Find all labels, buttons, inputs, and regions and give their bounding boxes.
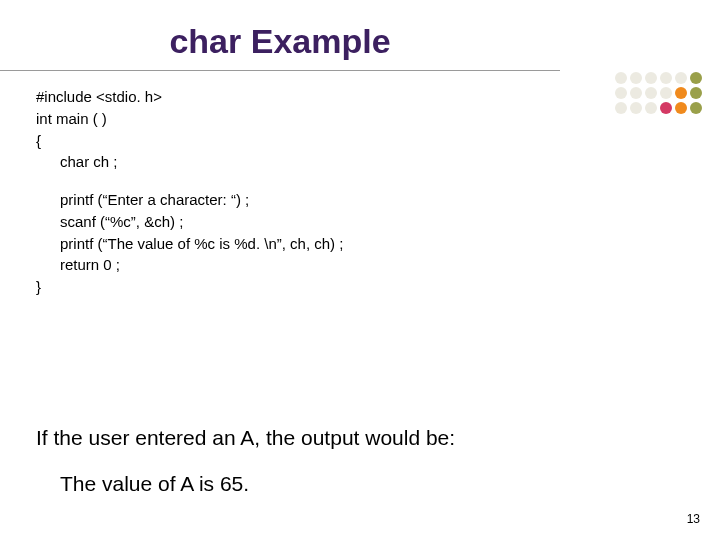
code-line: return 0 ; (36, 254, 684, 276)
dot-icon (690, 102, 702, 114)
code-line: printf (“Enter a character: “) ; (36, 189, 684, 211)
code-line: printf (“The value of %c is %d. \n”, ch,… (36, 233, 684, 255)
dot-icon (690, 72, 702, 84)
explanation-text: If the user entered an A, the output wou… (36, 426, 684, 450)
dot-icon (675, 72, 687, 84)
dot-icon (645, 72, 657, 84)
code-line: #include <stdio. h> (36, 86, 684, 108)
code-line: char ch ; (36, 151, 684, 173)
slide-title: char Example (0, 22, 560, 61)
output-text: The value of A is 65. (60, 472, 684, 496)
dot-icon (630, 72, 642, 84)
dot-icon (615, 72, 627, 84)
slide: char Example #include <stdio. h> int mai… (0, 0, 720, 540)
code-line: } (36, 276, 684, 298)
dot-icon (690, 87, 702, 99)
blank-line (36, 173, 684, 189)
code-line: scanf (“%c”, &ch) ; (36, 211, 684, 233)
code-line: int main ( ) (36, 108, 684, 130)
title-underline (0, 70, 560, 71)
code-block: #include <stdio. h> int main ( ) { char … (36, 86, 684, 298)
dot-icon (660, 72, 672, 84)
page-number: 13 (687, 512, 700, 526)
code-line: { (36, 130, 684, 152)
